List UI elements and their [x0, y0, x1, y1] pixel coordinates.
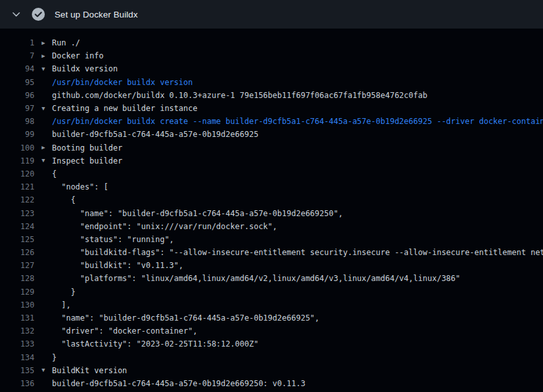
- group-collapsed-icon[interactable]: ▶: [34, 145, 52, 151]
- check-circle-icon: [31, 7, 45, 21]
- line-number[interactable]: 95: [0, 78, 34, 87]
- log-line: 99builder-d9cfb5a1-c764-445a-a57e-0b19d2…: [0, 128, 543, 141]
- log-line: 133 "lastActivity": "2023-02-25T11:58:12…: [0, 337, 543, 350]
- output-text: "endpoint": "unix:///var/run/docker.sock…: [52, 222, 277, 231]
- line-number[interactable]: 127: [0, 261, 34, 270]
- output-text: }: [52, 288, 75, 297]
- group-title[interactable]: Run ./: [52, 38, 80, 47]
- log-line: 130 ],: [0, 299, 543, 312]
- command-text: /usr/bin/docker buildx version: [52, 78, 193, 87]
- log-line: 132 "driver": "docker-container",: [0, 325, 543, 337]
- group-title[interactable]: Booting builder: [52, 143, 122, 153]
- line-number[interactable]: 125: [0, 235, 34, 244]
- group-title[interactable]: Buildx version: [52, 64, 118, 73]
- line-number[interactable]: 128: [0, 274, 34, 283]
- output-text: "name": "builder-d9cfb5a1-c764-445a-a57e…: [52, 313, 320, 323]
- line-number[interactable]: 126: [0, 248, 34, 257]
- output-text: github.com/docker/buildx 0.10.3+azure-1 …: [52, 91, 427, 100]
- log-line: 129 }: [0, 286, 543, 299]
- log-line: 124 "endpoint": "unix:///var/run/docker.…: [0, 220, 543, 233]
- line-number[interactable]: 135: [0, 366, 34, 375]
- output-text: builder-d9cfb5a1-c764-445a-a57e-0b19d2e6…: [52, 130, 259, 139]
- output-text: "buildkitd-flags": "--allow-insecure-ent…: [52, 248, 543, 257]
- log-line: 120{: [0, 167, 543, 180]
- group-collapsed-icon[interactable]: ▶: [34, 40, 52, 46]
- line-number[interactable]: 119: [0, 156, 34, 165]
- group-title[interactable]: BuildKit version: [52, 366, 127, 375]
- line-number[interactable]: 130: [0, 300, 34, 310]
- line-number[interactable]: 94: [0, 64, 34, 73]
- log-line: 127 "buildkit": "v0.11.3",: [0, 259, 543, 272]
- output-text: "lastActivity": "2023-02-25T11:58:12.000…: [52, 339, 259, 349]
- group-collapsed-icon[interactable]: ▶: [34, 53, 52, 59]
- log-line: 98/usr/bin/docker buildx create --name b…: [0, 115, 543, 128]
- log-line: 122 {: [0, 193, 543, 206]
- log-line: 125 "status": "running",: [0, 233, 543, 246]
- log-line: 131 "name": "builder-d9cfb5a1-c764-445a-…: [0, 312, 543, 325]
- line-number[interactable]: 99: [0, 130, 34, 139]
- output-text: "name": "builder-d9cfb5a1-c764-445a-a57e…: [52, 209, 343, 218]
- log-line: 136builder-d9cfb5a1-c764-445a-a57e-0b19d…: [0, 377, 543, 390]
- log-line: 95/usr/bin/docker buildx version: [0, 76, 543, 89]
- line-number[interactable]: 132: [0, 326, 34, 336]
- output-text: builder-d9cfb5a1-c764-445a-a57e-0b19d2e6…: [52, 379, 305, 388]
- line-number[interactable]: 97: [0, 104, 34, 113]
- output-text: ],: [52, 300, 71, 310]
- line-number[interactable]: 136: [0, 379, 34, 388]
- group-title[interactable]: Inspect builder: [52, 156, 122, 165]
- line-number[interactable]: 122: [0, 195, 34, 204]
- log-line: 128 "platforms": "linux/amd64,linux/amd6…: [0, 272, 543, 285]
- line-number[interactable]: 131: [0, 313, 34, 323]
- log-group-line[interactable]: 135▼BuildKit version: [0, 364, 543, 377]
- log-line: 123 "name": "builder-d9cfb5a1-c764-445a-…: [0, 206, 543, 219]
- output-text: {: [52, 195, 75, 204]
- log-group-line[interactable]: 100▶Booting builder: [0, 141, 543, 154]
- log-group-line[interactable]: 119▼Inspect builder: [0, 154, 543, 167]
- group-expanded-icon[interactable]: ▼: [34, 106, 52, 112]
- output-text: "buildkit": "v0.11.3",: [52, 261, 183, 270]
- line-number[interactable]: 121: [0, 182, 34, 191]
- output-text: "status": "running",: [52, 235, 174, 244]
- log-line: 126 "buildkitd-flags": "--allow-insecure…: [0, 246, 543, 259]
- step-title: Set up Docker Buildx: [55, 10, 138, 19]
- log-group-line[interactable]: 94▼Buildx version: [0, 62, 543, 75]
- group-title[interactable]: Creating a new builder instance: [52, 104, 197, 113]
- line-number[interactable]: 100: [0, 143, 34, 153]
- line-number[interactable]: 123: [0, 209, 34, 218]
- log-group-line[interactable]: 1▶Run ./: [0, 36, 543, 49]
- line-number[interactable]: 1: [0, 38, 34, 47]
- line-number[interactable]: 134: [0, 353, 34, 362]
- step-header[interactable]: Set up Docker Buildx: [0, 0, 543, 29]
- line-number[interactable]: 120: [0, 169, 34, 178]
- group-expanded-icon[interactable]: ▼: [34, 158, 52, 164]
- group-title[interactable]: Docker info: [52, 51, 103, 60]
- output-text: "nodes": [: [52, 182, 108, 191]
- log-line: 96github.com/docker/buildx 0.10.3+azure-…: [0, 89, 543, 102]
- chevron-down-icon[interactable]: [10, 8, 22, 20]
- log-group-line[interactable]: 7▶Docker info: [0, 49, 543, 62]
- line-number[interactable]: 7: [0, 51, 34, 60]
- group-expanded-icon[interactable]: ▼: [34, 66, 52, 72]
- log-panel: 1▶Run ./7▶Docker info94▼Buildx version95…: [0, 29, 543, 390]
- line-number[interactable]: 124: [0, 222, 34, 231]
- command-text: /usr/bin/docker buildx create --name bui…: [52, 117, 543, 126]
- log-group-line[interactable]: 97▼Creating a new builder instance: [0, 102, 543, 115]
- line-number[interactable]: 129: [0, 288, 34, 297]
- line-number[interactable]: 133: [0, 339, 34, 349]
- output-text: "driver": "docker-container",: [52, 326, 197, 336]
- output-text: "platforms": "linux/amd64,linux/amd64/v2…: [52, 274, 461, 283]
- output-text: }: [52, 353, 57, 362]
- line-number[interactable]: 96: [0, 91, 34, 100]
- line-number[interactable]: 98: [0, 117, 34, 126]
- group-expanded-icon[interactable]: ▼: [34, 367, 52, 373]
- output-text: {: [52, 169, 57, 178]
- log-line: 134}: [0, 351, 543, 364]
- log-line: 121 "nodes": [: [0, 180, 543, 193]
